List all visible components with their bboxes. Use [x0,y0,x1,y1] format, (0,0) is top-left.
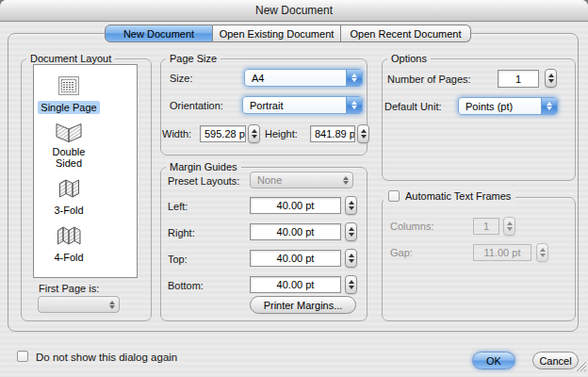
default-unit-value: Points (pt) [459,101,541,112]
margin-left-label: Left: [168,201,188,212]
margin-right-stepper[interactable] [345,222,357,241]
layout-list: Single Page Double Sided [33,64,138,278]
height-stepper[interactable] [357,124,369,143]
height-label: Height: [265,128,298,139]
ok-label: OK [486,355,501,367]
default-unit-label: Default Unit: [384,101,442,112]
printer-margins-label: Printer Margins... [264,300,343,311]
tab-label: Open Recent Document [350,28,461,40]
size-label: Size: [170,73,192,84]
gap-stepper [536,243,548,262]
window-title: New Document [255,4,333,17]
width-value: 595.28 pt [204,128,246,139]
page-size-title: Page Size [166,53,220,64]
preset-layouts-select[interactable]: None [250,172,353,188]
single-page-icon [35,75,103,96]
width-stepper[interactable] [248,124,260,143]
margin-left-value: 40.00 pt [277,200,315,211]
new-document-dialog: New Document New Document Open Existing … [0,0,588,377]
columns-input: 1 [473,218,499,235]
margin-bottom-value: 40.00 pt [277,279,315,290]
tab-new-document[interactable]: New Document [105,25,213,42]
layout-item-3-fold[interactable]: 3-Fold [35,178,103,218]
cancel-label: Cancel [539,355,571,367]
tab-open-existing-document[interactable]: Open Existing Document [213,25,341,42]
margin-right-label: Right: [168,227,195,238]
margin-bottom-stepper[interactable] [345,275,357,294]
tab-bar: New Document Open Existing Document Open… [105,25,471,42]
popup-arrows-icon [346,97,362,113]
popup-arrows-icon [338,176,352,185]
double-sided-icon [35,123,103,143]
width-input[interactable]: 595.28 pt [200,125,246,142]
popup-arrows-icon [346,70,362,86]
layout-item-4-fold[interactable]: 4-Fold [35,225,103,265]
margin-bottom-label: Bottom: [168,280,204,291]
tab-label: Open Existing Document [220,28,335,40]
tab-label: New Document [123,28,194,40]
resize-grip[interactable] [575,359,587,376]
gap-label: Gap: [390,247,413,258]
layout-item-label: Double Sided [35,145,103,170]
gap-value: 11.00 pt [484,247,521,258]
first-page-label: First Page is: [39,283,99,294]
margin-bottom-input[interactable]: 40.00 pt [250,276,341,293]
orientation-label: Orientation: [170,100,223,111]
columns-stepper [503,217,515,236]
columns-value: 1 [483,221,489,232]
height-value: 841.89 pt [315,128,355,139]
three-fold-icon [35,178,103,199]
tab-open-recent-document[interactable]: Open Recent Document [341,25,471,42]
text-frames-header: Automatic Text Frames [384,188,515,204]
automatic-text-frames-checkbox[interactable] [388,190,400,202]
four-fold-icon [35,225,103,246]
gap-input: 11.00 pt [473,244,531,261]
margin-top-input[interactable]: 40.00 pt [250,250,341,267]
default-unit-select[interactable]: Points (pt) [458,97,558,115]
title-bar[interactable]: New Document [0,0,588,22]
number-of-pages-label: Number of Pages: [387,74,471,85]
popup-arrows-icon [105,301,119,309]
margin-top-value: 40.00 pt [277,253,315,264]
layout-item-double-sided[interactable]: Double Sided [35,123,103,171]
dont-show-again-label: Do not show this dialog again [36,352,177,363]
options-title: Options [387,53,431,64]
dont-show-again-checkbox[interactable] [17,351,28,362]
layout-item-label: 4-Fold [51,251,86,264]
layout-item-single-page[interactable]: Single Page [35,75,103,115]
orientation-value: Portrait [243,100,346,111]
preset-layouts-value: None [251,174,338,186]
margin-top-label: Top: [168,254,188,265]
first-page-select[interactable] [38,296,120,313]
size-select[interactable]: A4 [244,69,363,87]
margin-guides-title: Margin Guides [166,161,241,172]
number-of-pages-stepper[interactable] [545,69,557,88]
width-label: Width: [162,128,191,139]
margin-left-input[interactable]: 40.00 pt [250,197,341,214]
ok-button[interactable]: OK [472,352,515,369]
columns-label: Columns: [390,221,433,232]
cancel-button[interactable]: Cancel [532,352,579,369]
layout-item-label: 3-Fold [51,204,86,217]
document-layout-title: Document Layout [26,53,115,64]
popup-arrows-icon [541,98,557,114]
number-of-pages-input[interactable]: 1 [498,70,539,88]
margin-top-stepper[interactable] [345,249,357,268]
margin-right-value: 40.00 pt [277,226,315,238]
margin-right-input[interactable]: 40.00 pt [250,223,341,240]
size-value: A4 [245,73,346,84]
orientation-select[interactable]: Portrait [242,96,363,114]
number-of-pages-value: 1 [515,74,521,85]
margin-left-stepper[interactable] [345,196,357,215]
preset-layouts-label: Preset Layouts: [168,175,239,187]
height-input[interactable]: 841.89 pt [310,125,355,142]
layout-item-label: Single Page [38,101,99,114]
text-frames-title: Automatic Text Frames [405,190,511,202]
printer-margins-button[interactable]: Printer Margins... [250,296,356,314]
